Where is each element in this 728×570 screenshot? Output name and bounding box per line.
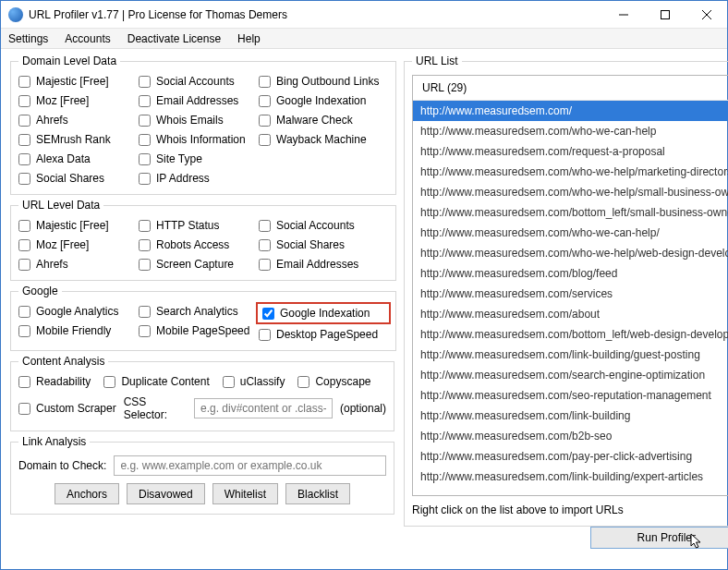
checkbox[interactable]: [18, 76, 30, 88]
checkbox-option[interactable]: Social Accounts: [259, 219, 388, 232]
checkbox-option[interactable]: Social Accounts: [139, 75, 259, 88]
checkbox[interactable]: [259, 76, 271, 88]
checkbox[interactable]: [18, 239, 30, 251]
url-list-item[interactable]: http://www.measuredsem.com/link-building…: [413, 467, 728, 487]
url-list-item[interactable]: http://www.measuredsem.com/link-building…: [413, 345, 728, 365]
url-list-item[interactable]: http://www.measuredsem.com/blog/feed: [413, 263, 728, 284]
checkbox-option[interactable]: Email Addresses: [259, 258, 388, 271]
checkbox-option[interactable]: Readability: [18, 375, 91, 388]
whitelist-button[interactable]: Whitelist: [212, 483, 278, 504]
checkbox-option[interactable]: IP Address: [139, 172, 259, 185]
checkbox[interactable]: [139, 173, 151, 185]
menu-settings[interactable]: Settings: [8, 32, 48, 45]
checkbox[interactable]: [259, 95, 271, 107]
checkbox-option[interactable]: Ahrefs: [18, 114, 139, 127]
checkbox[interactable]: [297, 376, 309, 388]
url-list-item[interactable]: http://www.measuredsem.com/who-we-can-he…: [413, 121, 728, 141]
checkbox[interactable]: [18, 115, 30, 127]
checkbox[interactable]: [223, 376, 235, 388]
disavowed-button[interactable]: Disavowed: [127, 483, 205, 504]
blacklist-button[interactable]: Blacklist: [285, 483, 350, 504]
checkbox-option[interactable]: Alexa Data: [18, 152, 139, 165]
checkbox[interactable]: [139, 95, 151, 107]
url-list-item[interactable]: http://www.measuredsem.com/about: [413, 304, 728, 324]
checkbox[interactable]: [139, 134, 151, 146]
checkbox-option[interactable]: Email Addresses: [139, 94, 259, 107]
checkbox[interactable]: [139, 239, 151, 251]
url-list-item[interactable]: http://www.measuredsem.com/who-we-can-he…: [413, 223, 728, 243]
url-list-item[interactable]: http://www.measuredsem.com/who-we-help/m…: [413, 162, 728, 182]
checkbox[interactable]: [18, 220, 30, 232]
checkbox-option[interactable]: Majestic [Free]: [18, 219, 139, 232]
checkbox[interactable]: [139, 76, 151, 88]
checkbox-option[interactable]: Google Indexation: [259, 305, 388, 321]
url-list-item[interactable]: http://www.measuredsem.com/services: [413, 284, 728, 304]
checkbox[interactable]: [18, 153, 30, 165]
css-selector-input[interactable]: [194, 398, 333, 418]
checkbox-option[interactable]: Wayback Machine: [259, 133, 388, 146]
checkbox[interactable]: [259, 259, 271, 271]
checkbox-option[interactable]: Copyscape: [297, 375, 370, 388]
url-list-item[interactable]: http://www.measuredsem.com/seo-reputatio…: [413, 385, 728, 406]
checkbox[interactable]: [139, 259, 151, 271]
domain-check-input[interactable]: [114, 455, 386, 476]
checkbox[interactable]: [18, 173, 30, 185]
checkbox-option[interactable]: Bing Outbound Links: [259, 75, 388, 88]
checkbox-option[interactable]: Screen Capture: [139, 258, 259, 271]
checkbox-option[interactable]: Site Type: [139, 152, 259, 165]
url-list-item[interactable]: http://www.measuredsem.com/search-engine…: [413, 365, 728, 385]
close-button[interactable]: [686, 1, 727, 28]
checkbox-option[interactable]: Google Indexation: [259, 94, 388, 107]
checkbox[interactable]: [18, 376, 30, 388]
checkbox[interactable]: [139, 153, 151, 165]
checkbox[interactable]: [103, 376, 115, 388]
checkbox[interactable]: [139, 306, 151, 318]
checkbox[interactable]: [259, 220, 271, 232]
url-list-header[interactable]: URL (29): [413, 76, 728, 101]
checkbox-option[interactable]: Robots Access: [139, 238, 259, 251]
checkbox-option[interactable]: Moz [Free]: [18, 238, 139, 251]
checkbox[interactable]: [259, 115, 271, 127]
checkbox[interactable]: [18, 134, 30, 146]
checkbox-option[interactable]: Social Shares: [259, 238, 388, 251]
checkbox-option[interactable]: Social Shares: [18, 172, 139, 185]
url-list-item[interactable]: http://www.measuredsem.com/who-we-help/s…: [413, 182, 728, 202]
checkbox-option[interactable]: Mobile PageSpeed: [139, 324, 259, 337]
url-list-item[interactable]: http://www.measuredsem.com/bottom_left/w…: [413, 324, 728, 345]
maximize-button[interactable]: [644, 1, 686, 28]
checkbox-option[interactable]: HTTP Status: [139, 219, 259, 232]
checkbox[interactable]: [259, 239, 271, 251]
checkbox-option[interactable]: Majestic [Free]: [18, 75, 139, 88]
url-list-item[interactable]: http://www.measuredsem.com/pay-per-click…: [413, 446, 728, 467]
url-list-item[interactable]: http://www.measuredsem.com/link-building: [413, 406, 728, 426]
url-list-item[interactable]: http://www.measuredsem.com/who-we-help/w…: [413, 243, 728, 263]
checkbox-option[interactable]: Desktop PageSpeed: [259, 328, 388, 341]
checkbox[interactable]: [262, 308, 274, 320]
checkbox-option[interactable]: Malware Check: [259, 114, 388, 127]
checkbox[interactable]: [139, 325, 151, 337]
minimize-button[interactable]: [602, 1, 644, 28]
url-list[interactable]: http://www.measuredsem.com/http://www.me…: [413, 101, 728, 495]
custom-scraper-checkbox[interactable]: [18, 403, 30, 415]
checkbox-option[interactable]: Search Analytics: [139, 305, 259, 318]
checkbox-option[interactable]: Ahrefs: [18, 258, 139, 271]
checkbox-option[interactable]: Whois Information: [139, 133, 259, 146]
checkbox[interactable]: [18, 95, 30, 107]
menu-help[interactable]: Help: [237, 32, 261, 45]
menu-accounts[interactable]: Accounts: [65, 32, 110, 45]
checkbox-option[interactable]: Duplicate Content: [103, 375, 209, 388]
url-list-item[interactable]: http://www.measuredsem.com/bottom_left/s…: [413, 202, 728, 223]
run-profiler-button[interactable]: Run Profiler: [590, 527, 728, 549]
checkbox-option[interactable]: Mobile Friendly: [18, 324, 139, 337]
checkbox[interactable]: [18, 259, 30, 271]
menu-deactivate[interactable]: Deactivate License: [127, 32, 221, 45]
checkbox-option[interactable]: Moz [Free]: [18, 94, 139, 107]
checkbox-option[interactable]: uClassify: [223, 375, 285, 388]
checkbox[interactable]: [259, 134, 271, 146]
anchors-button[interactable]: Anchors: [55, 483, 119, 504]
checkbox[interactable]: [259, 329, 271, 341]
checkbox-option[interactable]: SEMrush Rank: [18, 133, 139, 146]
checkbox[interactable]: [18, 306, 30, 318]
checkbox-option[interactable]: Whois Emails: [139, 114, 259, 127]
checkbox[interactable]: [139, 220, 151, 232]
